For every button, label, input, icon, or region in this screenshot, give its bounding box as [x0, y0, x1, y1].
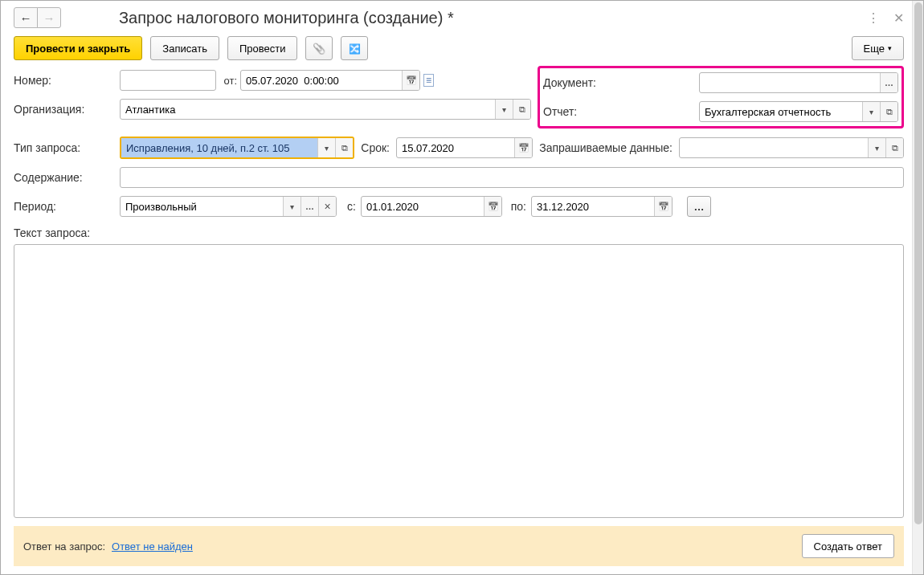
- report-open-button[interactable]: [880, 102, 897, 121]
- ellipsis-icon: [694, 201, 705, 213]
- properties-icon[interactable]: ≡: [423, 74, 434, 87]
- footer-bar: Ответ на запрос: Ответ не найден Создать…: [14, 526, 904, 566]
- requested-data-input[interactable]: [680, 138, 868, 157]
- footer-label: Ответ на запрос:: [23, 540, 105, 553]
- period-from-input[interactable]: [362, 197, 484, 216]
- request-text-label: Текст запроса:: [14, 226, 904, 239]
- document-input[interactable]: [700, 73, 880, 92]
- organization-input[interactable]: [121, 100, 495, 119]
- nav-back-button[interactable]: [14, 7, 38, 28]
- popout-icon: [886, 107, 893, 117]
- number-input-wrap: [120, 70, 216, 91]
- deadline-input-wrap: [396, 137, 533, 158]
- date-from-label: от:: [219, 75, 237, 87]
- period-to-input[interactable]: [532, 197, 654, 216]
- calendar-icon: [488, 201, 499, 212]
- request-type-input[interactable]: [121, 138, 317, 157]
- paperclip-icon: [313, 43, 325, 55]
- more-button[interactable]: Еще▾: [852, 36, 904, 60]
- ellipsis-icon: [305, 202, 314, 211]
- calendar-icon: [518, 142, 529, 153]
- period-input-wrap: [120, 196, 337, 217]
- report-label: Отчет:: [543, 105, 696, 118]
- requested-data-open-button[interactable]: [885, 138, 903, 157]
- chevron-down-icon: [502, 104, 506, 114]
- popout-icon: [892, 143, 898, 153]
- answer-link[interactable]: Ответ не найден: [112, 540, 193, 553]
- ellipsis-icon: [885, 78, 893, 88]
- chevron-down-icon: [875, 143, 879, 153]
- period-input[interactable]: [121, 197, 283, 216]
- report-input-wrap: [699, 101, 898, 122]
- relations-button[interactable]: [341, 36, 368, 60]
- request-type-label: Тип запроса:: [14, 141, 117, 154]
- content-label: Содержание:: [14, 171, 117, 184]
- content-input-wrap: [120, 167, 904, 188]
- chevron-down-icon: [290, 202, 294, 211]
- period-to-calendar-button[interactable]: [654, 197, 672, 216]
- calendar-icon: [658, 201, 669, 212]
- document-label: Документ:: [543, 76, 696, 89]
- deadline-calendar-button[interactable]: [514, 138, 532, 157]
- x-icon: [324, 200, 330, 213]
- organization-dropdown-button[interactable]: [495, 100, 513, 119]
- chevron-down-icon: [325, 143, 329, 153]
- calendar-icon: [406, 75, 417, 86]
- post-button[interactable]: Провести: [227, 36, 298, 60]
- window-header: Запрос налогового мониторинга (создание)…: [14, 7, 904, 28]
- period-dropdown-button[interactable]: [283, 197, 301, 216]
- request-type-open-button[interactable]: [335, 138, 353, 157]
- close-icon[interactable]: ✕: [893, 10, 904, 26]
- requested-data-input-wrap: [679, 137, 904, 158]
- content-input[interactable]: [121, 168, 903, 187]
- attachments-button[interactable]: [305, 36, 333, 60]
- date-input-wrap: [240, 70, 420, 91]
- popout-icon: [341, 143, 348, 153]
- period-to-input-wrap: [531, 196, 673, 217]
- period-select-button[interactable]: [301, 197, 318, 216]
- date-input[interactable]: [241, 71, 402, 90]
- page-title: Запрос налогового мониторинга (создание)…: [119, 9, 454, 27]
- requested-data-dropdown-button[interactable]: [868, 138, 885, 157]
- document-input-wrap: [699, 72, 898, 93]
- request-text-area[interactable]: [14, 244, 904, 518]
- period-from-calendar-button[interactable]: [484, 197, 501, 216]
- organization-label: Организация:: [14, 103, 117, 116]
- period-to-label: по:: [505, 200, 528, 213]
- requested-data-label: Запрашиваемые данные:: [536, 141, 676, 154]
- period-clear-button[interactable]: [318, 197, 336, 216]
- period-from-input-wrap: [361, 196, 502, 217]
- save-button[interactable]: Записать: [150, 36, 219, 60]
- deadline-input[interactable]: [397, 138, 514, 157]
- period-label: Период:: [14, 200, 117, 213]
- post-and-close-button[interactable]: Провести и закрыть: [14, 36, 142, 60]
- organization-open-button[interactable]: [513, 100, 530, 119]
- nav-forward-button[interactable]: [37, 7, 61, 28]
- arrow-left-icon: [20, 11, 32, 25]
- flow-icon: [349, 43, 361, 55]
- create-answer-button[interactable]: Создать ответ: [802, 534, 894, 558]
- scrollbar[interactable]: [912, 1, 923, 574]
- arrow-right-icon: [43, 11, 55, 25]
- number-label: Номер:: [14, 74, 117, 87]
- document-select-button[interactable]: [880, 73, 897, 92]
- toolbar: Провести и закрыть Записать Провести Еще…: [14, 36, 904, 60]
- organization-input-wrap: [120, 99, 531, 120]
- date-calendar-button[interactable]: [402, 71, 419, 90]
- period-extra-button[interactable]: [687, 196, 711, 217]
- deadline-label: Срок:: [358, 141, 393, 154]
- kebab-menu-icon[interactable]: ⋮: [867, 10, 879, 26]
- scrollbar-thumb[interactable]: [914, 2, 922, 524]
- report-input[interactable]: [700, 102, 862, 121]
- request-type-input-wrap: [120, 137, 354, 159]
- report-dropdown-button[interactable]: [862, 102, 880, 121]
- period-from-label: с:: [340, 200, 358, 213]
- request-type-dropdown-button[interactable]: [317, 138, 335, 157]
- popout-icon: [519, 104, 525, 115]
- number-input[interactable]: [121, 71, 215, 90]
- chevron-down-icon: [869, 107, 873, 116]
